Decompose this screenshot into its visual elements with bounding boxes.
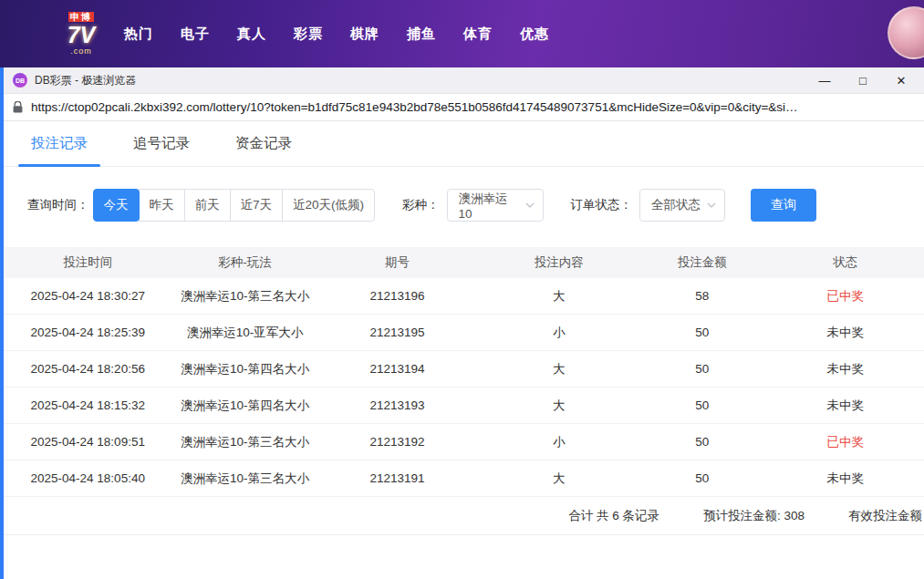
tab-bet-records[interactable]: 投注记录	[18, 121, 100, 166]
time-filter-last-7-days[interactable]: 近7天	[230, 189, 284, 222]
nav-item-promo[interactable]: 优惠	[520, 26, 549, 43]
header-status: 状态	[767, 254, 924, 271]
window-left-accent	[0, 67, 4, 579]
cell-amount: 58	[638, 289, 767, 303]
table-row: 2025-04-24 18:30:27澳洲幸运10-第三名大小21213196大…	[0, 278, 924, 315]
cell-content: 大	[481, 361, 638, 377]
table-row: 2025-04-24 18:25:39澳洲幸运10-亚军大小21213195小5…	[0, 315, 924, 351]
cell-status: 未中奖	[767, 470, 924, 487]
close-button[interactable]: ✕	[882, 67, 920, 93]
chevron-down-icon	[525, 202, 535, 208]
order-status-select[interactable]: 全部状态	[639, 189, 725, 222]
cell-time: 2025-04-24 18:25:39	[0, 326, 175, 339]
cell-status: 未中奖	[767, 361, 924, 377]
browser-window: DB DB彩票 - 极速浏览器 — □ ✕ https://ctop02pcal…	[0, 67, 924, 579]
cell-amount: 50	[638, 435, 767, 449]
window-title: DB彩票 - 极速浏览器	[35, 73, 136, 88]
maximize-button[interactable]: □	[844, 67, 882, 93]
nav-item-lottery[interactable]: 彩票	[294, 26, 323, 43]
address-bar[interactable]: https://ctop02pcali.2kbxi392.com/lottery…	[0, 94, 924, 121]
nav-item-fishing[interactable]: 捕鱼	[407, 26, 436, 43]
tab-fund-records[interactable]: 资金记录	[223, 121, 305, 166]
bet-table-body: 2025-04-24 18:30:27澳洲幸运10-第三名大小21213196大…	[0, 278, 924, 497]
header-play: 彩种-玩法	[175, 254, 314, 271]
table-row: 2025-04-24 18:15:32澳洲幸运10-第四名大小21213193大…	[0, 388, 924, 424]
table-row: 2025-04-24 18:09:51澳洲幸运10-第三名大小21213192小…	[0, 424, 924, 460]
time-filter-today[interactable]: 今天	[93, 189, 140, 222]
order-status-label: 订单状态：	[571, 197, 633, 213]
cell-content: 大	[481, 398, 638, 414]
cell-issue: 21213192	[314, 435, 480, 449]
header-time: 投注时间	[0, 254, 175, 271]
table-header-row: 投注时间彩种-玩法期号投注内容投注金额状态	[0, 247, 924, 278]
cell-content: 大	[481, 288, 638, 305]
user-avatar[interactable]	[888, 6, 924, 59]
time-filter-label: 查询时间：	[27, 197, 89, 213]
browser-titlebar: DB DB彩票 - 极速浏览器 — □ ✕	[0, 67, 924, 94]
nav-item-slots[interactable]: 电子	[181, 26, 210, 43]
cell-play: 澳洲幸运10-第四名大小	[175, 398, 314, 414]
cell-issue: 21213193	[314, 398, 480, 412]
cell-issue: 21213195	[314, 326, 480, 339]
cell-time: 2025-04-24 18:09:51	[0, 435, 175, 449]
logo-main-text: 7V	[55, 23, 108, 47]
logo-sub-text: .com	[55, 47, 108, 56]
cell-time: 2025-04-24 18:15:32	[0, 398, 175, 412]
cell-status: 未中奖	[767, 325, 924, 341]
cell-status: 未中奖	[767, 398, 924, 414]
query-button[interactable]: 查询	[751, 189, 816, 222]
nav-items: 热门电子真人彩票棋牌捕鱼体育优惠	[124, 26, 549, 43]
cell-content: 大	[481, 470, 638, 487]
nav-item-sports[interactable]: 体育	[463, 26, 493, 43]
cell-status: 已中奖	[767, 434, 924, 450]
cell-amount: 50	[638, 471, 767, 485]
lottery-select-label: 彩种：	[402, 197, 440, 213]
summary-valid-amount: 有效投注金额	[848, 508, 922, 524]
header-amount: 投注金额	[638, 254, 767, 271]
cell-content: 小	[481, 434, 638, 450]
tab-chase-records[interactable]: 追号记录	[120, 121, 202, 166]
summary-expected-amount: 预计投注金额: 308	[703, 508, 805, 524]
cell-amount: 50	[638, 326, 767, 339]
cell-play: 澳洲幸运10-第三名大小	[175, 434, 314, 450]
minimize-button[interactable]: —	[805, 67, 844, 93]
cell-status: 已中奖	[767, 288, 924, 305]
favicon-icon: DB	[13, 73, 27, 88]
time-filter-day-before[interactable]: 前天	[184, 189, 231, 222]
table-row: 2025-04-24 18:20:56澳洲幸运10-第四名大小21213194大…	[0, 351, 924, 388]
site-top-nav: 申博 7V .com 热门电子真人彩票棋牌捕鱼体育优惠	[0, 0, 924, 67]
lock-icon	[13, 101, 23, 113]
cell-time: 2025-04-24 18:20:56	[0, 362, 175, 376]
window-controls: — □ ✕	[805, 67, 920, 93]
cell-issue: 21213194	[314, 362, 480, 376]
site-logo[interactable]: 申博 7V .com	[55, 12, 108, 56]
order-status-value: 全部状态	[651, 197, 701, 213]
header-issue: 期号	[314, 254, 480, 271]
time-filter-last-20-days[interactable]: 近20天(低频)	[282, 189, 375, 222]
table-row: 2025-04-24 18:05:40澳洲幸运10-第三名大小21213191大…	[0, 460, 924, 497]
nav-item-hot[interactable]: 热门	[124, 26, 153, 43]
chevron-down-icon	[707, 202, 716, 208]
cell-time: 2025-04-24 18:30:27	[0, 289, 175, 303]
cell-play: 澳洲幸运10-第四名大小	[175, 361, 314, 377]
nav-item-live[interactable]: 真人	[237, 26, 266, 43]
summary-total-records: 合计 共 6 条记录	[568, 508, 659, 524]
cell-content: 小	[481, 325, 638, 341]
cell-amount: 50	[638, 362, 767, 376]
lottery-select[interactable]: 澳洲幸运10	[447, 189, 544, 222]
cell-issue: 21213196	[314, 289, 480, 303]
time-filter-yesterday[interactable]: 昨天	[139, 189, 185, 222]
logo-badge-text: 申博	[68, 12, 94, 22]
tabs: 投注记录追号记录资金记录	[0, 121, 924, 167]
time-filter-group: 今天昨天前天近7天近20天(低频)	[93, 189, 376, 222]
cell-issue: 21213191	[314, 471, 480, 485]
cell-time: 2025-04-24 18:05:40	[0, 471, 175, 485]
bet-records-table: 投注时间彩种-玩法期号投注内容投注金额状态 2025-04-24 18:30:2…	[0, 247, 924, 535]
cell-amount: 50	[638, 398, 767, 412]
nav-item-chess[interactable]: 棋牌	[350, 26, 379, 43]
lottery-select-value: 澳洲幸运10	[459, 191, 520, 221]
cell-play: 澳洲幸运10-第三名大小	[175, 470, 314, 487]
url-text[interactable]: https://ctop02pcali.2kbxi392.com/lottery…	[31, 100, 798, 114]
cell-play: 澳洲幸运10-亚军大小	[175, 325, 314, 341]
cell-play: 澳洲幸运10-第三名大小	[175, 288, 314, 305]
